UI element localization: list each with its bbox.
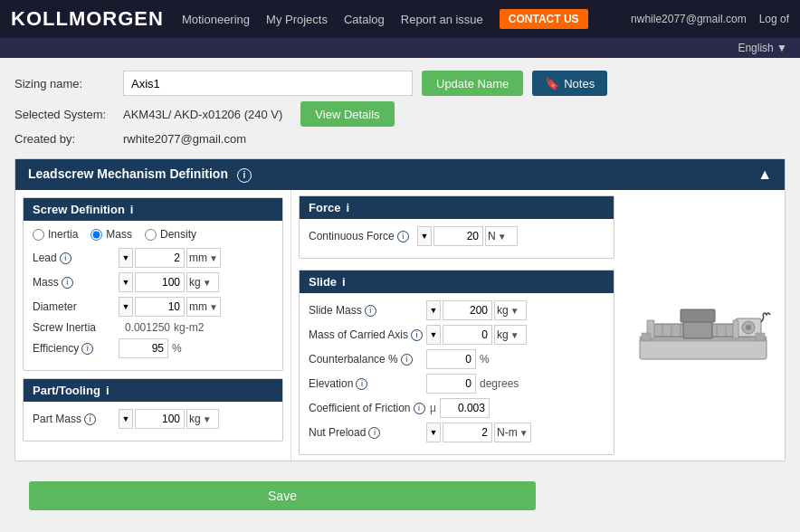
nut-preload-down-arrow[interactable]: ▼ xyxy=(426,423,441,442)
save-button[interactable]: Save xyxy=(29,481,536,510)
part-mass-down-arrow[interactable]: ▼ xyxy=(119,409,133,429)
part-mass-info-icon[interactable]: i xyxy=(84,413,96,425)
user-email[interactable]: nwhile2077@gmail.com xyxy=(631,13,747,25)
lead-input[interactable] xyxy=(135,248,185,268)
nut-preload-input[interactable] xyxy=(443,423,492,442)
selected-system-value: AKM43L/ AKD-x01206 (240 V) xyxy=(123,108,282,121)
diameter-down-arrow[interactable]: ▼ xyxy=(119,297,133,317)
lead-unit-select[interactable]: mm ▼ xyxy=(186,248,221,268)
counterbalance-input[interactable] xyxy=(426,349,476,369)
leadscrew-header: Leadscrew Mechanism Definition i ▲ xyxy=(15,159,785,190)
continuous-force-down-arrow[interactable]: ▼ xyxy=(417,226,432,246)
mass-down-arrow[interactable]: ▼ xyxy=(119,272,133,292)
lead-down-arrow[interactable]: ▼ xyxy=(119,248,133,268)
mass-carried-axis-input[interactable] xyxy=(443,325,492,345)
part-mass-unit-select[interactable]: kg ▼ xyxy=(186,409,219,429)
top-nav: KOLLMORGEN Motioneering My Projects Cata… xyxy=(0,0,800,38)
slide-info-icon[interactable]: i xyxy=(342,275,346,289)
mass-carried-axis-down-arrow[interactable]: ▼ xyxy=(426,325,441,345)
part-mass-label: Part Mass i xyxy=(33,413,119,425)
sizing-name-label: Sizing name: xyxy=(14,77,114,90)
notes-button[interactable]: 🔖 Notes xyxy=(532,71,607,96)
leadscrew-panel: Leadscrew Mechanism Definition i ▲ Screw… xyxy=(14,158,786,461)
leadscrew-title: Leadscrew Mechanism Definition xyxy=(28,166,228,181)
slide-body: Slide Mass i ▼ kg ▼ xyxy=(300,293,614,454)
screw-type-radio-group: Inertia Mass Density xyxy=(33,228,273,241)
radio-density[interactable]: Density xyxy=(145,228,196,241)
created-by-value: rwhite2077@gmail.com xyxy=(123,132,246,146)
elevation-input[interactable] xyxy=(426,374,476,394)
leadscrew-illustration xyxy=(631,280,776,371)
slide-section: Slide i Slide Mass i ▼ xyxy=(299,270,614,455)
counterbalance-info-icon[interactable]: i xyxy=(401,354,413,366)
counterbalance-unit: % xyxy=(480,353,490,366)
update-name-button[interactable]: Update Name xyxy=(422,71,523,96)
mass-unit-select[interactable]: kg ▼ xyxy=(186,272,219,292)
diameter-input[interactable] xyxy=(135,297,185,317)
screw-def-info-icon[interactable]: i xyxy=(130,203,134,216)
lead-info-icon[interactable]: i xyxy=(60,252,71,264)
coeff-friction-info-icon[interactable]: i xyxy=(414,403,425,414)
param-part-mass: Part Mass i ▼ kg ▼ xyxy=(33,409,273,429)
nut-preload-info-icon[interactable]: i xyxy=(368,427,380,439)
force-section: Force i Continuous Force i ▼ xyxy=(299,195,614,259)
counterbalance-label: Counterbalance % i xyxy=(309,353,426,366)
force-body: Continuous Force i ▼ N ▼ xyxy=(300,219,614,258)
mass-carried-axis-unit-select[interactable]: kg ▼ xyxy=(494,325,527,345)
param-mass: Mass i ▼ kg ▼ xyxy=(33,272,273,292)
mass-info-icon[interactable]: i xyxy=(62,277,73,289)
part-mass-input-group: ▼ kg ▼ xyxy=(119,409,219,429)
slide-mass-label: Slide Mass i xyxy=(309,304,426,317)
svg-rect-0 xyxy=(640,339,767,359)
efficiency-input[interactable] xyxy=(119,338,168,358)
svg-rect-20 xyxy=(756,333,765,340)
slide-mass-down-arrow[interactable]: ▼ xyxy=(426,300,441,320)
param-coefficient-friction: Coefficient of Friction i μ xyxy=(309,398,605,418)
nav-motioneering[interactable]: Motioneering xyxy=(182,13,250,26)
svg-rect-18 xyxy=(733,320,738,338)
nav-report-issue[interactable]: Report an issue xyxy=(401,13,483,26)
view-details-button[interactable]: View Details xyxy=(300,101,394,127)
elevation-label: Elevation i xyxy=(309,377,426,390)
part-mass-input[interactable] xyxy=(135,409,185,429)
radio-mass[interactable]: Mass xyxy=(90,228,132,241)
mass-carried-axis-info-icon[interactable]: i xyxy=(411,329,423,341)
part-tooling-info-icon[interactable]: i xyxy=(106,384,110,397)
slide-mass-input[interactable] xyxy=(443,300,492,320)
elevation-info-icon[interactable]: i xyxy=(356,378,367,390)
mechanism-image xyxy=(622,190,785,461)
contact-us-button[interactable]: CONTACT US xyxy=(500,9,588,29)
slide-mass-info-icon[interactable]: i xyxy=(365,305,376,317)
force-info-icon[interactable]: i xyxy=(346,201,349,214)
param-counterbalance: Counterbalance % i % xyxy=(309,349,605,369)
screw-definition-header: Screw Definition i xyxy=(24,198,282,221)
mu-symbol: μ xyxy=(430,402,436,414)
mass-carried-axis-input-group: ▼ kg ▼ xyxy=(426,325,527,345)
bookmark-icon: 🔖 xyxy=(545,77,559,90)
right-column: Force i Continuous Force i ▼ xyxy=(291,190,622,461)
param-efficiency: Efficiency i % xyxy=(33,338,273,358)
sizing-name-input[interactable] xyxy=(123,71,413,96)
part-tooling-header: Part/Tooling i xyxy=(24,379,282,402)
part-tooling-section: Part/Tooling i Part Mass i ▼ xyxy=(23,378,283,442)
continuous-force-input[interactable] xyxy=(433,226,483,246)
continuous-force-unit-select[interactable]: N ▼ xyxy=(485,226,518,246)
slide-mass-input-group: ▼ kg ▼ xyxy=(426,300,527,320)
mass-input[interactable] xyxy=(135,272,185,292)
nav-my-projects[interactable]: My Projects xyxy=(266,13,328,26)
logout-link[interactable]: Log of xyxy=(759,13,789,25)
leadscrew-collapse-icon[interactable]: ▲ xyxy=(757,166,772,183)
param-lead: Lead i ▼ mm ▼ xyxy=(33,248,273,268)
continuous-force-info-icon[interactable]: i xyxy=(397,231,409,242)
leadscrew-info-icon[interactable]: i xyxy=(237,168,252,183)
radio-inertia[interactable]: Inertia xyxy=(33,228,78,241)
language-selector[interactable]: English ▼ xyxy=(738,42,787,54)
slide-mass-unit-select[interactable]: kg ▼ xyxy=(494,300,527,320)
param-screw-inertia: Screw Inertia 0.001250 kg-m2 xyxy=(33,321,273,334)
nut-preload-unit-select[interactable]: N-m ▼ xyxy=(494,423,531,442)
efficiency-info-icon[interactable]: i xyxy=(81,343,93,355)
nav-catalog[interactable]: Catalog xyxy=(344,13,385,26)
coeff-friction-input[interactable] xyxy=(440,398,490,418)
diameter-unit-select[interactable]: mm ▼ xyxy=(186,297,221,317)
elevation-unit: degrees xyxy=(480,377,519,390)
